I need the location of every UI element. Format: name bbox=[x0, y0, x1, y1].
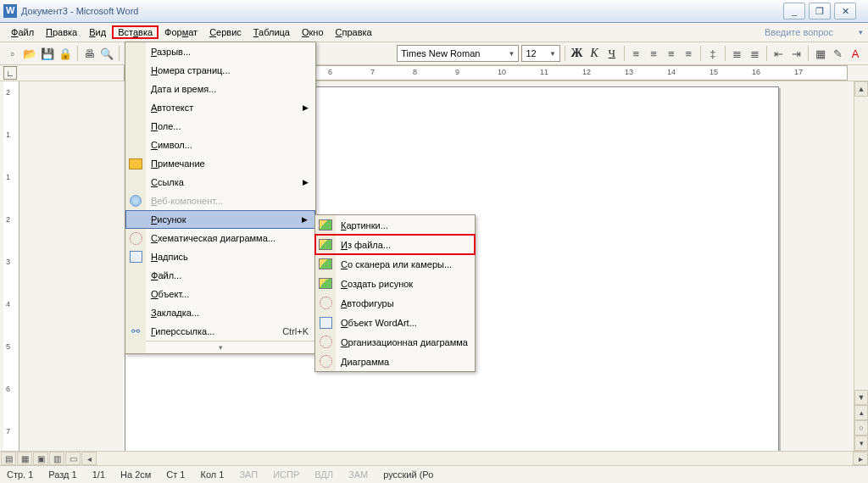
insert-menu-item[interactable]: Разрыв... bbox=[125, 42, 315, 61]
prev-page-icon[interactable]: ▴ bbox=[854, 405, 868, 420]
picture-submenu-item[interactable]: Со сканера или камеры... bbox=[315, 254, 475, 274]
new-doc-icon[interactable]: ▫ bbox=[5, 45, 20, 62]
vruler-mark: 4 bbox=[6, 300, 10, 308]
vertical-ruler[interactable]: 211234567 bbox=[3, 81, 19, 451]
ruler-mark: 16 bbox=[752, 68, 760, 76]
picture-submenu-item[interactable]: Диаграмма bbox=[315, 352, 475, 371]
ruler-mark: 17 bbox=[794, 68, 803, 76]
insert-menu-item[interactable]: Дата и время... bbox=[125, 80, 315, 98]
borders-icon[interactable]: ▦ bbox=[813, 45, 828, 62]
insert-menu-label: Закладка... bbox=[151, 308, 199, 318]
menu-правка[interactable]: Правка bbox=[40, 25, 83, 39]
next-page-icon[interactable]: ▾ bbox=[854, 436, 868, 451]
insert-menu-label: Веб-компонент... bbox=[151, 196, 223, 206]
indent-icon[interactable]: ⇥ bbox=[788, 45, 804, 62]
picture-submenu-item[interactable]: Автофигуры bbox=[315, 293, 475, 313]
picture-submenu-item[interactable]: Создать рисунок bbox=[315, 274, 475, 293]
insert-menu-item[interactable]: Файл... bbox=[125, 266, 315, 285]
save-icon[interactable]: 💾 bbox=[40, 45, 55, 62]
scroll-right-icon[interactable]: ▸ bbox=[853, 452, 868, 465]
insert-menu-item[interactable]: Автотекст▶ bbox=[125, 98, 315, 117]
font-size-select[interactable]: 12 ▼ bbox=[521, 45, 559, 62]
line-spacing-icon[interactable]: ‡ bbox=[705, 45, 721, 62]
insert-menu-item[interactable]: Поле... bbox=[125, 117, 315, 136]
picture-submenu-label: Автофигуры bbox=[341, 298, 394, 308]
close-button[interactable]: ✕ bbox=[834, 3, 856, 19]
permission-icon[interactable]: 🔒 bbox=[58, 45, 73, 62]
picture-submenu: Картинки...Из файла...Со сканера или кам… bbox=[314, 214, 476, 372]
align-left-icon[interactable]: ≡ bbox=[629, 45, 644, 62]
minimize-button[interactable]: _ bbox=[783, 3, 805, 19]
outline-view-icon[interactable]: ▥ bbox=[49, 452, 64, 465]
menubar-chevron-icon[interactable]: ▾ bbox=[859, 28, 863, 36]
ask-question-box[interactable]: Введите вопрос bbox=[765, 27, 854, 37]
open-icon[interactable]: 📂 bbox=[23, 45, 38, 62]
menu-вид[interactable]: Вид bbox=[83, 25, 112, 39]
insert-menu-item[interactable]: Номера страниц... bbox=[125, 61, 315, 80]
maximize-button[interactable]: ❐ bbox=[809, 3, 831, 19]
preview-icon[interactable]: 🔍 bbox=[99, 45, 114, 62]
insert-menu-label: Надпись bbox=[151, 252, 188, 262]
insert-menu-item[interactable]: Закладка... bbox=[125, 303, 315, 322]
insert-menu-item[interactable]: Ссылка▶ bbox=[125, 173, 315, 192]
font-name-select[interactable]: Times New Roman ▼ bbox=[397, 45, 519, 62]
menu-таблица[interactable]: Таблица bbox=[248, 25, 296, 39]
hyperlink-icon: ⚯ bbox=[129, 325, 142, 338]
font-color-icon[interactable]: A bbox=[848, 45, 863, 62]
menu-сервис[interactable]: Сервис bbox=[203, 25, 248, 39]
menu-вставка[interactable]: Вставка bbox=[112, 25, 159, 39]
tab-selector[interactable]: ∟ bbox=[3, 66, 17, 80]
horizontal-scrollbar[interactable]: ▤ ▦ ▣ ▥ ▭ ◂ ▸ bbox=[0, 451, 868, 465]
ruler-mark: 14 bbox=[667, 68, 676, 76]
insert-menu-item[interactable]: Рисунок▶ bbox=[125, 210, 315, 229]
expand-menu-icon[interactable]: ▾ bbox=[125, 341, 315, 353]
insert-menu-item[interactable]: Примечание bbox=[125, 154, 315, 173]
reading-view-icon[interactable]: ▭ bbox=[65, 452, 81, 465]
italic-button[interactable]: К bbox=[587, 45, 602, 62]
picture-submenu-item[interactable]: Картинки... bbox=[315, 215, 475, 235]
picture-submenu-item[interactable]: Из файла... bbox=[315, 235, 475, 254]
ruler-mark: 15 bbox=[709, 68, 718, 76]
normal-view-icon[interactable]: ▤ bbox=[1, 452, 16, 465]
picture-submenu-label: Объект WordArt... bbox=[341, 318, 417, 328]
highlight-icon[interactable]: ✎ bbox=[831, 45, 846, 62]
browse-object-icon[interactable]: ○ bbox=[854, 420, 868, 436]
insert-menu-label: Ссылка bbox=[151, 177, 184, 187]
menu-файл[interactable]: Файл bbox=[5, 25, 40, 39]
status-page: Стр. 1 bbox=[7, 469, 33, 480]
scroll-up-icon[interactable]: ▲ bbox=[854, 81, 868, 97]
outdent-icon[interactable]: ⇤ bbox=[771, 45, 787, 62]
scroll-track[interactable] bbox=[854, 97, 868, 390]
print-view-icon[interactable]: ▣ bbox=[33, 452, 48, 465]
menu-формат[interactable]: Формат bbox=[159, 25, 203, 39]
vertical-scrollbar[interactable]: ▲ ▼ ▴ ○ ▾ bbox=[854, 81, 868, 451]
picture-submenu-label: Из файла... bbox=[341, 240, 391, 250]
submenu-arrow-icon: ▶ bbox=[303, 103, 309, 112]
insert-menu-item[interactable]: Символ... bbox=[125, 136, 315, 154]
scroll-down-icon[interactable]: ▼ bbox=[854, 390, 868, 405]
insert-menu-item: Веб-компонент... bbox=[125, 192, 315, 210]
submenu-arrow-icon: ▶ bbox=[303, 178, 309, 186]
scroll-left-icon[interactable]: ◂ bbox=[81, 452, 97, 465]
insert-menu-item[interactable]: Объект... bbox=[125, 285, 315, 303]
menu-справка[interactable]: Справка bbox=[330, 25, 378, 39]
insert-menu-item[interactable]: Надпись bbox=[125, 247, 315, 266]
textbox-icon bbox=[129, 250, 142, 264]
bullets-icon[interactable]: ≣ bbox=[747, 45, 762, 62]
align-justify-icon[interactable]: ≡ bbox=[682, 45, 697, 62]
insert-menu-item[interactable]: ⚯Гиперссылка...Ctrl+K bbox=[125, 322, 315, 341]
numbering-icon[interactable]: ≣ bbox=[730, 45, 745, 62]
vruler-mark: 2 bbox=[6, 215, 10, 224]
bold-button[interactable]: Ж bbox=[570, 45, 585, 62]
underline-button[interactable]: Ч bbox=[604, 45, 620, 62]
web-view-icon[interactable]: ▦ bbox=[17, 452, 32, 465]
print-icon[interactable]: 🖶 bbox=[82, 45, 97, 62]
picture-submenu-item[interactable]: Объект WordArt... bbox=[315, 313, 475, 332]
align-center-icon[interactable]: ≡ bbox=[646, 45, 661, 62]
insert-menu-item[interactable]: Схематическая диаграмма... bbox=[125, 229, 315, 247]
status-pages: 1/1 bbox=[92, 469, 105, 480]
align-right-icon[interactable]: ≡ bbox=[664, 45, 679, 62]
ruler-mark: 10 bbox=[498, 68, 506, 76]
picture-submenu-item[interactable]: Организационная диаграмма bbox=[315, 332, 475, 352]
menu-окно[interactable]: Окно bbox=[296, 25, 330, 39]
